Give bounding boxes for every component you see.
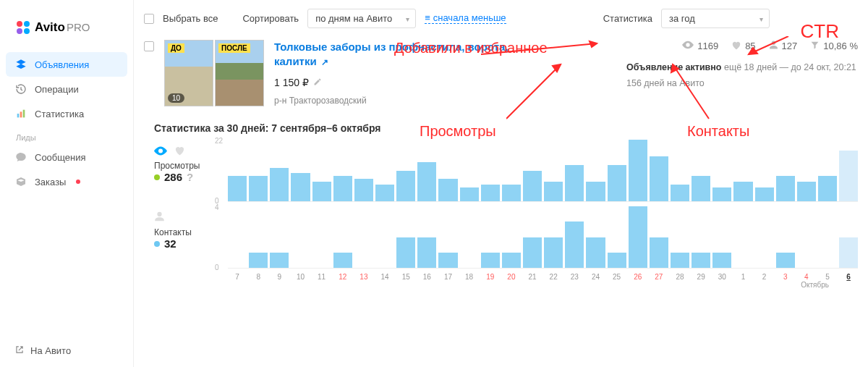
stats-range-label: Статистика (603, 13, 652, 24)
bar (417, 162, 436, 201)
stats-range-select[interactable]: за год ▾ (661, 9, 770, 28)
sidebar-item-stats[interactable]: Статистика (0, 101, 133, 126)
bar (438, 253, 457, 268)
contacts-chart[interactable]: 40 (228, 206, 858, 269)
logo-icon (16, 20, 30, 35)
listing-checkbox[interactable] (144, 41, 154, 51)
funnel-icon (810, 41, 820, 52)
bar (629, 140, 647, 201)
sidebar: AvitoPRO Объявления Операции Статистика … (0, 0, 134, 367)
x-tick: 9 (270, 273, 289, 281)
listing-thumbnails[interactable]: ДО 10 ПОСЛЕ (164, 40, 264, 106)
unread-dot-icon (76, 180, 80, 184)
stats-heading: Статистика за 30 дней: 7 сентября–6 октя… (134, 106, 868, 140)
heart-icon[interactable] (174, 147, 185, 158)
image-count-badge: 10 (168, 93, 184, 103)
bar (354, 179, 373, 201)
external-icon (14, 345, 25, 357)
bar (671, 185, 689, 201)
chart-x-axis: 7891011121314151617181920212223242526272… (228, 269, 858, 281)
listing-status: Объявление активно ещё 18 дней — до 24 о… (626, 52, 858, 72)
metric-views: 1169 (682, 41, 718, 51)
x-tick: 5 (818, 273, 837, 281)
main: Выбрать все Сортировать по дням на Авито… (134, 0, 868, 367)
chat-icon (14, 151, 27, 164)
listing-title-link[interactable]: Толковые заборы из профнастила, ворота, … (274, 41, 509, 67)
bar (629, 206, 647, 268)
bar (586, 237, 605, 269)
history-icon (14, 83, 27, 96)
edit-price-icon[interactable] (313, 77, 322, 88)
svg-rect-1 (20, 111, 22, 117)
bar (671, 253, 689, 268)
legend-views-value: 286 ? (154, 171, 216, 183)
x-tick: 23 (565, 273, 584, 281)
bar (565, 222, 584, 268)
sidebar-item-listings[interactable]: Объявления (6, 52, 127, 77)
bar (733, 182, 752, 201)
sidebar-item-orders[interactable]: Заказы (0, 169, 133, 194)
x-tick: 7 (228, 273, 247, 281)
bar (608, 165, 626, 201)
bar (565, 165, 584, 201)
person-icon[interactable] (154, 212, 165, 224)
metric-contacts: 127 (769, 40, 798, 52)
sort-select[interactable]: по дням на Авито ▾ (307, 9, 416, 28)
bar (523, 237, 542, 269)
bar (712, 187, 731, 201)
bar (523, 171, 542, 202)
bar (438, 179, 457, 201)
bar (839, 237, 858, 269)
sort-direction-toggle[interactable]: ≡ сначала меньше (425, 13, 506, 24)
x-tick: 1 (733, 273, 752, 281)
eye-icon[interactable] (154, 147, 167, 158)
bar (608, 253, 626, 268)
bar (460, 187, 479, 201)
toolbar: Выбрать все Сортировать по дням на Авито… (134, 0, 868, 35)
sort-label: Сортировать (242, 13, 299, 24)
select-all-checkbox[interactable] (144, 14, 154, 24)
x-tick: 8 (249, 273, 268, 281)
x-tick: 26 (629, 273, 647, 281)
x-tick: 6 (839, 273, 858, 281)
legend-contacts-label: Контакты (154, 224, 216, 237)
listing-info: Толковые заборы из профнастила, ворота, … (274, 40, 513, 106)
bar (692, 253, 710, 268)
sidebar-section-leads: Лиды (0, 126, 133, 145)
x-tick: 14 (375, 273, 394, 281)
x-tick: 17 (438, 273, 457, 281)
x-tick: 22 (544, 273, 563, 281)
help-icon[interactable]: ? (187, 171, 193, 183)
bar-chart-icon (14, 107, 27, 120)
bar (586, 182, 605, 201)
logo[interactable]: AvitoPRO (0, 0, 133, 49)
x-tick: 15 (396, 273, 415, 281)
listing-price: 1 150 ₽ (274, 69, 513, 88)
x-tick: 21 (523, 273, 542, 281)
x-tick: 13 (354, 273, 373, 281)
x-tick: 29 (692, 273, 710, 281)
back-to-avito-link[interactable]: На Авито (14, 345, 71, 357)
legend-contacts-value: 32 (154, 237, 216, 250)
bar (544, 237, 563, 269)
person-icon (769, 40, 778, 52)
bar (776, 253, 795, 268)
bar (650, 156, 668, 201)
bar (333, 176, 352, 201)
metric-favorites: 85 (731, 41, 755, 52)
sidebar-item-operations[interactable]: Операции (0, 77, 133, 101)
sidebar-item-label: Заказы (35, 177, 66, 187)
chevron-down-icon: ▾ (406, 14, 409, 22)
sidebar-item-messages[interactable]: Сообщения (0, 145, 133, 169)
bar (396, 171, 415, 202)
stats-area: Просмотры 286 ? Контакты 32 220 (134, 140, 868, 289)
x-tick: 27 (650, 273, 668, 281)
thumb-before[interactable]: ДО 10 (164, 40, 213, 106)
stats-legend: Просмотры 286 ? Контакты 32 (154, 140, 216, 289)
thumb-after[interactable]: ПОСЛЕ (215, 40, 264, 106)
views-chart[interactable]: 220 (228, 140, 858, 202)
bar (692, 176, 710, 201)
sort-select-value: по дням на Авито (315, 13, 392, 24)
svg-rect-0 (17, 114, 20, 117)
legend-views-label: Просмотры (154, 158, 216, 171)
